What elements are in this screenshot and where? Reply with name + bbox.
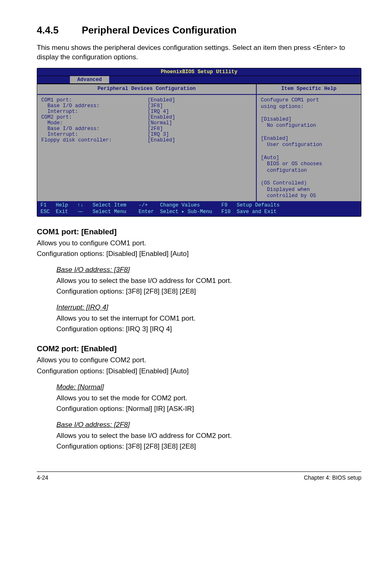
bios-setting-label: Base I/O address: [41,126,148,132]
page-footer: 4-24 Chapter 4: BIOS setup [37,471,361,481]
bios-setting-row[interactable]: Mode:[Normal] [41,120,252,126]
bios-setting-label: COM2 port: [41,114,148,120]
bios-setting-label: COM1 port: [41,97,148,103]
bios-setting-row[interactable]: Base I/O address:[2F8] [41,126,252,132]
bios-screenshot: PhoenixBIOS Setup Utility Advanced Perip… [37,68,361,217]
bios-setting-value: [Enabled] [148,97,175,103]
bios-help-pane: Item Specific Help Confugure COM1 port u… [256,84,361,201]
com2-heading: COM2 port: [Enabled] [37,344,361,353]
com2-base-title: Base I/O address: [2F8] [56,421,361,429]
bios-setting-row[interactable]: Interrupt:[IRQ 4] [41,109,252,114]
com2-base-l2: Configuration options: [3F8] [2F8] [3E8]… [56,442,361,451]
bios-setting-value: [2F8] [148,126,163,132]
bios-footer: F1 Help ↑↓ Select Item -/+ Change Values… [37,201,361,216]
bios-setting-value: [IRQ 4] [148,109,169,114]
bios-setting-label: Interrupt: [41,109,148,114]
section-title-text: Peripheral Devices Configuration [82,25,237,36]
com1-base-title: Base I/O address: [3F8] [56,266,361,274]
bios-left-header: Peripheral Devices Configuration [37,84,256,95]
section-heading: 4.4.5Peripheral Devices Configuration [37,25,361,36]
intro-paragraph: This menu shows the peripheral devices c… [37,43,361,62]
bios-title-bar: PhoenixBIOS Setup Utility [37,68,361,76]
com2-line1: Allows you to configure COM2 port. [37,356,361,365]
bios-left-pane: Peripheral Devices Configuration COM1 po… [37,84,256,201]
com1-irq-l1: Allows you to set the interrupt for COM1… [56,314,361,323]
bios-setting-label: Interrupt: [41,132,148,137]
bios-setting-value: [Enabled] [148,114,175,120]
com1-heading: COM1 port: [Enabled] [37,227,361,236]
bios-tab-advanced[interactable]: Advanced [70,76,109,83]
page-number: 4-24 [37,474,48,481]
com1-base-l1: Allows you to select the base I/O addres… [56,276,361,285]
bios-right-header: Item Specific Help [257,84,361,95]
bios-setting-row[interactable]: Floppy disk controller:[Enabled] [41,137,252,143]
com2-mode-l2: Configuration options: [Normal] [IR] [AS… [56,404,361,413]
bios-setting-label: Base I/O address: [41,103,148,109]
bios-setting-value: [Enabled] [148,137,175,143]
com2-line2: Configuration options: [Disabled] [Enabl… [37,367,361,376]
com1-line1: Allows you to configure COM1 port. [37,239,361,248]
chapter-label: Chapter 4: BIOS setup [304,474,361,481]
bios-setting-value: [IRQ 3] [148,132,169,137]
bios-setting-label: Mode: [41,120,148,126]
com2-mode-l1: Allows you to set the mode for COM2 port… [56,394,361,403]
bios-setting-row[interactable]: Interrupt:[IRQ 3] [41,132,252,137]
section-number: 4.4.5 [37,25,82,36]
bios-help-text: Confugure COM1 port using options: [Disa… [261,97,357,200]
com1-irq-l2: Configuration options: [IRQ 3] [IRQ 4] [56,325,361,334]
bios-setting-label: Floppy disk controller: [41,137,148,143]
bios-setting-value: [3F8] [148,103,163,109]
com2-base-l1: Allows you to select the base I/O addres… [56,431,361,440]
bios-footer-line1: F1 Help ↑↓ Select Item -/+ Change Values… [40,202,280,208]
bios-setting-row[interactable]: COM2 port:[Enabled] [41,114,252,120]
com1-irq-title: Interrupt: [IRQ 4] [56,303,361,312]
com1-line2: Configuration options: [Disabled] [Enabl… [37,249,361,258]
bios-setting-row[interactable]: COM1 port:[Enabled] [41,97,252,103]
bios-tab-row: Advanced [37,76,361,83]
bios-footer-line2: ESC Exit →← Select Menu Enter Select ▸ S… [40,209,277,215]
bios-setting-value: [Normal] [148,120,172,126]
com2-mode-title: Mode: [Normal] [56,383,361,391]
bios-setting-row[interactable]: Base I/O address:[3F8] [41,103,252,109]
com1-base-l2: Configuration options: [3F8] [2F8] [3E8]… [56,287,361,296]
